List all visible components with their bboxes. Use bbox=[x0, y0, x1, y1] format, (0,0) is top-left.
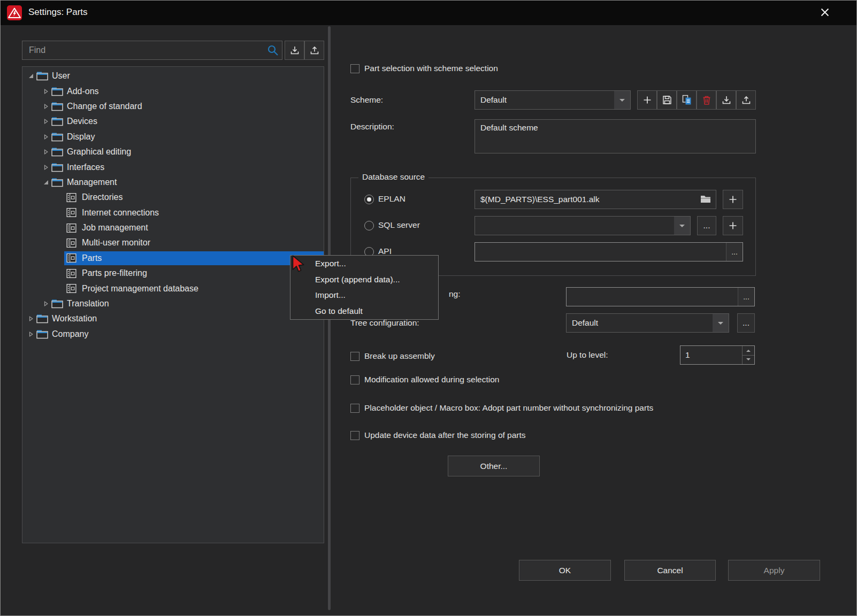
tree-item-label: Display bbox=[67, 132, 95, 142]
expanded-arrow-icon[interactable] bbox=[42, 178, 50, 187]
break-up-assembly-checkbox[interactable] bbox=[350, 352, 359, 361]
folder-icon bbox=[36, 329, 48, 340]
tree-import-button[interactable] bbox=[285, 41, 304, 60]
partially-hidden-label: ng: bbox=[449, 289, 461, 299]
tree-item-graphical-editing[interactable]: Graphical editing bbox=[22, 144, 324, 159]
menu-item-import[interactable]: Import... bbox=[290, 288, 438, 303]
search-input[interactable] bbox=[22, 41, 282, 60]
collapsed-arrow-icon[interactable] bbox=[42, 148, 50, 156]
mouse-cursor bbox=[291, 255, 307, 273]
menu-item-go-to-default[interactable]: Go to default bbox=[290, 303, 438, 319]
chevron-down-icon[interactable] bbox=[674, 217, 690, 235]
tree-item-multi-user-monitor[interactable]: Multi-user monitor bbox=[22, 235, 324, 250]
tree-item-label: Devices bbox=[67, 117, 97, 126]
folder-icon bbox=[51, 147, 63, 157]
tree-item-label: Change of standard bbox=[67, 102, 142, 111]
hidden-setting-field[interactable]: ... bbox=[566, 287, 755, 306]
tree-item-user[interactable]: User bbox=[22, 68, 324, 83]
tree-item-label: Company bbox=[52, 329, 88, 339]
sql-server-radio-label: SQL server bbox=[378, 220, 420, 230]
copy-scheme-button[interactable] bbox=[677, 90, 697, 110]
scheme-dropdown[interactable]: Default bbox=[475, 90, 631, 110]
apply-button[interactable]: Apply bbox=[728, 560, 820, 581]
scheme-selection-checkbox-label: Part selection with scheme selection bbox=[364, 64, 498, 73]
expander-spacer bbox=[57, 193, 65, 202]
close-icon[interactable] bbox=[817, 5, 833, 20]
collapsed-arrow-icon[interactable] bbox=[27, 314, 35, 323]
tree-item-label: Internet connections bbox=[82, 208, 159, 218]
tree-item-parts[interactable]: Parts bbox=[22, 251, 324, 266]
tree-item-directories[interactable]: Directories bbox=[22, 190, 324, 205]
find-field-wrap bbox=[22, 41, 282, 60]
spinner-down-button[interactable] bbox=[743, 355, 754, 365]
eplan-radio[interactable] bbox=[364, 195, 374, 204]
collapsed-arrow-icon[interactable] bbox=[42, 133, 50, 141]
save-scheme-button[interactable] bbox=[657, 90, 677, 110]
tree-item-label: Job management bbox=[82, 223, 148, 233]
settings-dialog: Settings: Parts UserAdd-onsChange of sta… bbox=[0, 0, 857, 616]
collapsed-arrow-icon[interactable] bbox=[42, 163, 50, 172]
eplan-radio-label: EPLAN bbox=[378, 194, 405, 204]
new-sql-database-button[interactable] bbox=[723, 216, 743, 235]
ok-button[interactable]: OK bbox=[519, 560, 611, 581]
eplan-database-path-field[interactable]: $(MD_PARTS)\ESS_part001.alk bbox=[475, 190, 716, 209]
modification-allowed-checkbox[interactable] bbox=[350, 375, 359, 384]
folder-icon bbox=[51, 86, 63, 97]
api-field[interactable]: ... bbox=[475, 242, 743, 261]
tree-item-parts-pre-filtering[interactable]: Parts pre-filtering bbox=[22, 266, 324, 281]
delete-scheme-button[interactable] bbox=[697, 90, 716, 110]
menu-item-export-append-data[interactable]: Export (append data)... bbox=[290, 272, 438, 287]
other-button[interactable]: Other... bbox=[448, 456, 540, 476]
scheme-selection-checkbox[interactable] bbox=[350, 64, 359, 73]
update-device-data-checkbox[interactable] bbox=[350, 431, 359, 440]
tree-item-management[interactable]: Management bbox=[22, 175, 324, 190]
placeholder-object-label: Placeholder object / Macro box: Adopt pa… bbox=[364, 403, 653, 413]
tree-item-label: Project management database bbox=[82, 284, 198, 294]
collapsed-arrow-icon[interactable] bbox=[27, 330, 35, 338]
settings-page-icon bbox=[66, 268, 78, 279]
settings-tree: UserAdd-onsChange of standardDevicesDisp… bbox=[22, 66, 324, 543]
tree-item-devices[interactable]: Devices bbox=[22, 114, 324, 129]
expanded-arrow-icon[interactable] bbox=[27, 72, 35, 80]
chevron-down-icon[interactable] bbox=[614, 91, 630, 109]
import-scheme-button[interactable] bbox=[716, 90, 736, 110]
collapsed-arrow-icon[interactable] bbox=[42, 299, 50, 308]
api-more-button[interactable]: ... bbox=[726, 243, 743, 261]
tree-configuration-more-button[interactable]: ... bbox=[737, 313, 755, 333]
collapsed-arrow-icon[interactable] bbox=[42, 117, 50, 126]
tree-item-internet-connections[interactable]: Internet connections bbox=[22, 205, 324, 220]
tree-item-display[interactable]: Display bbox=[22, 129, 324, 144]
cancel-button[interactable]: Cancel bbox=[624, 560, 716, 581]
browse-folder-icon[interactable] bbox=[700, 194, 711, 206]
placeholder-object-checkbox[interactable] bbox=[350, 404, 359, 413]
tree-item-change-of-standard[interactable]: Change of standard bbox=[22, 99, 324, 114]
export-scheme-button[interactable] bbox=[736, 90, 756, 110]
break-up-assembly-label: Break up assembly bbox=[364, 351, 435, 361]
tree-item-project-management-database[interactable]: Project management database bbox=[22, 281, 324, 296]
settings-page-icon bbox=[66, 283, 78, 294]
tree-export-button[interactable] bbox=[304, 41, 324, 60]
sql-server-dropdown[interactable] bbox=[475, 216, 691, 235]
new-eplan-database-button[interactable] bbox=[723, 190, 743, 209]
hidden-setting-more-button[interactable]: ... bbox=[738, 288, 754, 306]
menu-item-export[interactable]: Export... bbox=[290, 256, 438, 272]
expander-spacer bbox=[57, 269, 65, 278]
collapsed-arrow-icon[interactable] bbox=[42, 87, 50, 96]
tree-item-interfaces[interactable]: Interfaces bbox=[22, 159, 324, 174]
collapsed-arrow-icon[interactable] bbox=[42, 102, 50, 111]
description-textarea[interactable]: Default scheme bbox=[475, 119, 756, 153]
sql-server-radio[interactable] bbox=[364, 221, 374, 230]
search-icon[interactable] bbox=[266, 44, 279, 57]
new-scheme-button[interactable] bbox=[637, 90, 657, 110]
spinner-up-button[interactable] bbox=[743, 346, 754, 355]
tree-item-translation[interactable]: Translation bbox=[22, 296, 324, 311]
tree-item-company[interactable]: Company bbox=[22, 327, 324, 342]
tree-item-add-ons[interactable]: Add-ons bbox=[22, 83, 324, 98]
tree-item-job-management[interactable]: Job management bbox=[22, 220, 324, 235]
tree-item-workstation[interactable]: Workstation bbox=[22, 311, 324, 326]
folder-icon bbox=[36, 71, 48, 81]
tree-configuration-dropdown[interactable]: Default bbox=[566, 313, 729, 333]
up-to-level-spinner[interactable]: 1 bbox=[680, 345, 755, 365]
sql-server-more-button[interactable]: ... bbox=[697, 216, 716, 235]
chevron-down-icon[interactable] bbox=[713, 314, 729, 332]
